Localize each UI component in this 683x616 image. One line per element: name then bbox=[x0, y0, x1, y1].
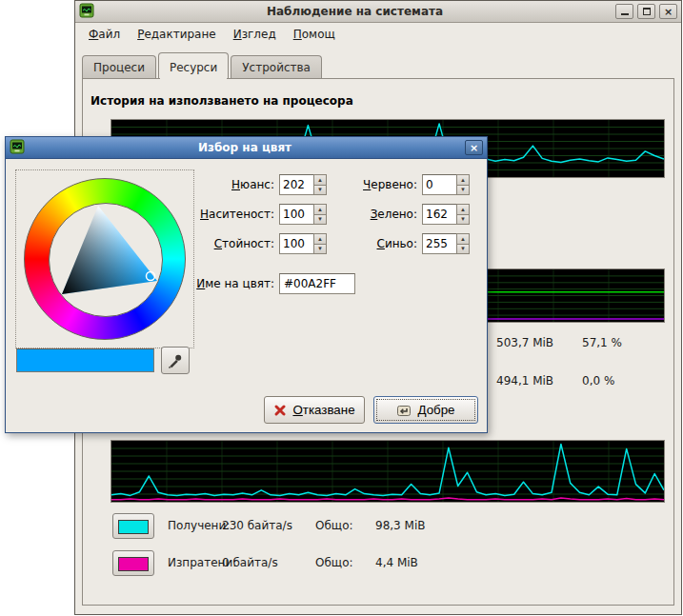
color-preview bbox=[16, 348, 154, 372]
spin-down-icon: ▼ bbox=[460, 187, 466, 192]
red-spin-down[interactable]: ▼ bbox=[456, 186, 470, 196]
received-total-label: Общо: bbox=[315, 519, 353, 532]
tab-processes[interactable]: Процеси bbox=[82, 55, 156, 78]
close-icon: × bbox=[664, 7, 673, 17]
cancel-button[interactable]: Отказване bbox=[264, 396, 365, 424]
sent-rate: 0 байта/s bbox=[222, 556, 278, 569]
spin-down-icon: ▼ bbox=[317, 216, 323, 222]
spin-up-icon: ▲ bbox=[317, 207, 323, 212]
hue-spin-up[interactable]: ▲ bbox=[313, 174, 327, 186]
swap-used-percent: 0,0 % bbox=[582, 374, 614, 387]
green-input[interactable] bbox=[422, 204, 456, 225]
tab-devices[interactable]: Устройства bbox=[231, 55, 322, 78]
color-picker-dialog: Избор на цвят × bbox=[5, 136, 488, 433]
maximize-button[interactable] bbox=[637, 4, 655, 19]
menu-view[interactable]: Изглед bbox=[226, 26, 284, 43]
value-spinner: ▲▼ bbox=[279, 233, 327, 254]
received-label: Получени: bbox=[168, 519, 230, 532]
enter-key-icon bbox=[396, 403, 412, 418]
color-name-input[interactable] bbox=[279, 273, 355, 294]
blue-input[interactable] bbox=[422, 233, 456, 254]
hue-input[interactable] bbox=[279, 174, 313, 195]
dialog-body: Нюанс: ▲▼ Червено: ▲▼ Наситеност: ▲▼ Зел… bbox=[6, 160, 487, 432]
sent-color-swatch bbox=[118, 557, 149, 571]
menu-edit[interactable]: Редактиране bbox=[130, 26, 224, 43]
hue-spinner: ▲▼ bbox=[279, 174, 327, 195]
window-title: Наблюдение на системата bbox=[98, 5, 612, 18]
maximize-icon bbox=[643, 8, 651, 15]
blue-spinner: ▲▼ bbox=[422, 233, 470, 254]
menu-file[interactable]: Файл bbox=[81, 26, 128, 43]
ok-button[interactable]: Добре bbox=[373, 396, 478, 424]
swap-total-value: 494,1 MiB bbox=[496, 374, 553, 387]
spin-down-icon: ▼ bbox=[317, 187, 323, 192]
network-sent-row: Изпратени: 0 байта/s Общо: 4,4 MiB bbox=[83, 550, 673, 577]
blue-spin-up[interactable]: ▲ bbox=[456, 233, 470, 245]
spin-down-icon: ▼ bbox=[460, 216, 466, 222]
saturation-label: Наситеност: bbox=[120, 208, 274, 221]
sent-total-label: Общо: bbox=[315, 556, 353, 569]
spin-up-icon: ▲ bbox=[460, 177, 466, 183]
memory-used-percent: 57,1 % bbox=[582, 336, 622, 349]
main-titlebar[interactable]: Наблюдение на системата × bbox=[75, 1, 681, 23]
minimize-button[interactable] bbox=[615, 4, 633, 19]
memory-used-value: 503,7 MiB bbox=[496, 336, 553, 349]
value-input[interactable] bbox=[279, 233, 313, 254]
red-input[interactable] bbox=[422, 174, 456, 195]
value-spin-up[interactable]: ▲ bbox=[313, 233, 327, 245]
tab-resources[interactable]: Ресурси bbox=[158, 52, 229, 78]
menubar: Файл Редактиране Изглед Помощ bbox=[75, 23, 681, 45]
dialog-close-button[interactable]: × bbox=[465, 140, 483, 155]
green-label: Зелено: bbox=[334, 208, 417, 221]
red-spinner: ▲▼ bbox=[422, 174, 470, 195]
green-spinner: ▲▼ bbox=[422, 204, 470, 225]
spin-down-icon: ▼ bbox=[317, 246, 323, 251]
value-spin-down[interactable]: ▼ bbox=[313, 245, 327, 255]
color-wheel-area[interactable] bbox=[15, 169, 194, 348]
menu-help[interactable]: Помощ bbox=[286, 26, 343, 43]
sent-color-button[interactable] bbox=[112, 550, 154, 576]
blue-spin-down[interactable]: ▼ bbox=[456, 245, 470, 255]
received-color-button[interactable] bbox=[112, 513, 154, 539]
received-rate: 230 байта/s bbox=[222, 519, 292, 532]
red-spin-up[interactable]: ▲ bbox=[456, 174, 470, 186]
dialog-title: Избор на цвят bbox=[29, 141, 461, 154]
red-label: Червено: bbox=[334, 178, 417, 191]
green-spin-up[interactable]: ▲ bbox=[456, 204, 470, 215]
network-history-chart bbox=[110, 440, 665, 503]
eyedropper-icon bbox=[167, 352, 184, 369]
green-spin-down[interactable]: ▼ bbox=[456, 215, 470, 226]
dialog-icon bbox=[10, 139, 25, 157]
blue-label: Синьо: bbox=[334, 237, 417, 250]
cpu-history-heading: История на използването на процесора bbox=[90, 94, 353, 108]
received-total: 98,3 MiB bbox=[375, 519, 425, 532]
minimize-icon bbox=[621, 9, 629, 15]
saturation-input[interactable] bbox=[279, 204, 313, 225]
spin-up-icon: ▲ bbox=[317, 177, 323, 183]
color-name-label: Име на цвят: bbox=[120, 277, 274, 290]
value-label: Стойност: bbox=[120, 237, 274, 250]
spin-up-icon: ▲ bbox=[460, 207, 466, 212]
eyedropper-button[interactable] bbox=[161, 347, 190, 374]
sv-triangle[interactable] bbox=[25, 179, 187, 341]
hue-label: Нюанс: bbox=[120, 178, 274, 191]
cancel-button-label: Отказване bbox=[292, 403, 354, 417]
saturation-spin-down[interactable]: ▼ bbox=[313, 215, 327, 226]
dialog-titlebar[interactable]: Избор на цвят × bbox=[6, 137, 487, 159]
cancel-x-icon bbox=[273, 404, 287, 417]
network-received-row: Получени: 230 байта/s Общо: 98,3 MiB bbox=[83, 513, 673, 540]
tab-row: Процеси Ресурси Устройства bbox=[82, 52, 674, 78]
saturation-spinner: ▲▼ bbox=[279, 204, 327, 225]
hue-spin-down[interactable]: ▼ bbox=[313, 186, 327, 196]
app-icon bbox=[79, 3, 94, 21]
saturation-spin-up[interactable]: ▲ bbox=[313, 204, 327, 215]
received-color-swatch bbox=[118, 520, 149, 534]
close-button[interactable]: × bbox=[659, 4, 677, 19]
ok-button-label: Добре bbox=[417, 403, 454, 417]
spin-up-icon: ▲ bbox=[317, 236, 323, 242]
spin-down-icon: ▼ bbox=[460, 246, 466, 251]
dialog-close-icon: × bbox=[470, 143, 478, 153]
spin-up-icon: ▲ bbox=[460, 236, 466, 242]
sent-total: 4,4 MiB bbox=[375, 556, 418, 569]
hue-ring[interactable] bbox=[24, 178, 186, 340]
